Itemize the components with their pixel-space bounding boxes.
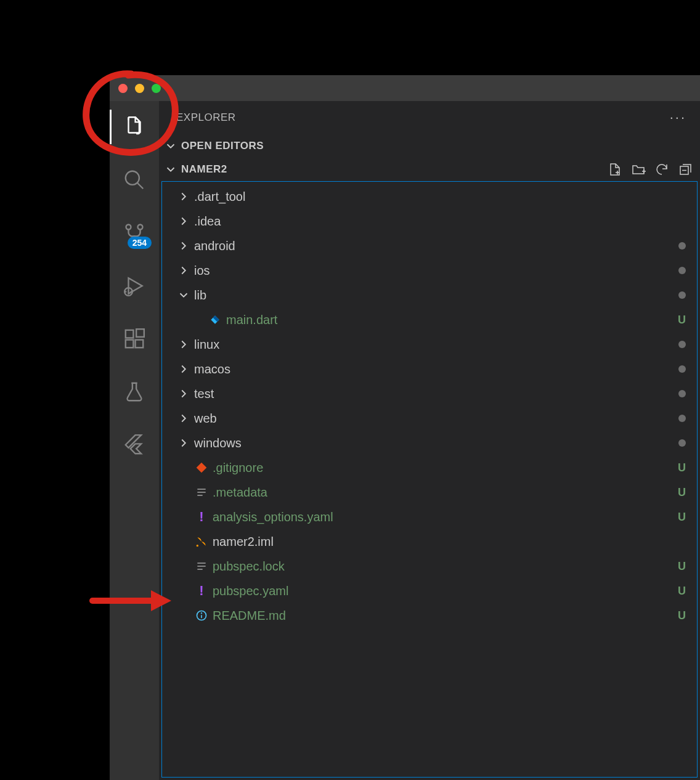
- minimize-window-button[interactable]: [135, 84, 144, 93]
- more-actions-button[interactable]: ···: [670, 110, 686, 126]
- activity-explorer[interactable]: [110, 110, 159, 144]
- svg-line-1: [137, 183, 144, 189]
- chevron-down-icon: [177, 288, 190, 302]
- tree-item[interactable]: pubspec.lockU: [162, 554, 697, 579]
- tree-item[interactable]: linux: [162, 332, 697, 357]
- tree-item-label: android: [194, 239, 675, 253]
- titlebar: [110, 75, 700, 101]
- chevron-right-icon: [177, 214, 190, 228]
- tree-item[interactable]: test: [162, 381, 697, 406]
- tree-item[interactable]: .metadataU: [162, 480, 697, 505]
- modified-dot-icon: [678, 242, 686, 250]
- tree-item-label: README.md: [213, 609, 674, 623]
- tree-item[interactable]: main.dartU: [162, 307, 697, 332]
- tree-item-label: pubspec.yaml: [213, 584, 674, 598]
- activity-extensions[interactable]: [110, 322, 159, 356]
- tree-item[interactable]: .dart_tool: [162, 184, 697, 209]
- activity-flutter[interactable]: [110, 428, 159, 462]
- dart-icon: [208, 312, 222, 327]
- tree-item[interactable]: README.mdU: [162, 603, 697, 628]
- svg-point-3: [138, 225, 143, 230]
- svg-rect-9: [126, 330, 134, 338]
- tree-item-label: pubspec.lock: [213, 559, 674, 574]
- git-status-badge: U: [678, 585, 686, 598]
- activity-testing[interactable]: [110, 375, 159, 409]
- tree-item[interactable]: web: [162, 406, 697, 431]
- chevron-down-icon: [164, 163, 177, 176]
- chevron-right-icon: [177, 338, 190, 351]
- svg-point-22: [197, 545, 198, 546]
- git-icon: [194, 460, 209, 475]
- tree-item-label: .dart_tool: [194, 190, 686, 204]
- tree-item[interactable]: !pubspec.yamlU: [162, 579, 697, 603]
- chevron-right-icon: [177, 190, 190, 203]
- collapse-all-icon[interactable]: [678, 162, 693, 177]
- chevron-right-icon: [177, 412, 190, 425]
- tree-item[interactable]: windows: [162, 431, 697, 455]
- modified-dot-icon: [678, 415, 686, 422]
- yaml-icon: !: [194, 510, 209, 524]
- tree-item[interactable]: .gitignoreU: [162, 455, 697, 480]
- tree-item-label: .metadata: [213, 485, 674, 500]
- tree-item[interactable]: !analysis_options.yamlU: [162, 505, 697, 529]
- activity-source-control[interactable]: 254: [110, 216, 159, 250]
- info-icon: [194, 608, 209, 623]
- tree-item-label: web: [194, 412, 675, 426]
- tree-item[interactable]: namer2.iml: [162, 529, 697, 554]
- chevron-down-icon: [164, 139, 177, 153]
- folder-header[interactable]: NAMER2: [159, 158, 700, 181]
- flask-icon: [123, 380, 146, 404]
- new-folder-icon[interactable]: [631, 162, 646, 177]
- modified-dot-icon: [678, 291, 686, 299]
- tree-item-label: linux: [194, 338, 675, 352]
- open-editors-header[interactable]: OPEN EDITORS: [159, 134, 700, 158]
- extensions-icon: [123, 327, 146, 351]
- tree-item[interactable]: .idea: [162, 209, 697, 234]
- iml-icon: [194, 534, 209, 549]
- git-status-badge: U: [678, 609, 686, 622]
- chevron-right-icon: [177, 264, 190, 277]
- folder-name-label: NAMER2: [181, 163, 227, 176]
- tree-item[interactable]: macos: [162, 357, 697, 381]
- search-icon: [123, 168, 146, 192]
- modified-dot-icon: [678, 365, 686, 373]
- vscode-window: 254: [110, 75, 700, 780]
- tree-item[interactable]: lib: [162, 283, 697, 307]
- refresh-icon[interactable]: [654, 162, 669, 177]
- activity-search[interactable]: [110, 163, 159, 197]
- file-tree: .dart_tool.ideaandroidioslibmain.dartUli…: [161, 181, 698, 778]
- activity-bar: 254: [110, 101, 159, 780]
- debug-icon: [123, 274, 146, 298]
- modified-dot-icon: [678, 341, 686, 348]
- git-status-badge: U: [678, 486, 686, 499]
- svg-rect-12: [136, 329, 144, 337]
- main-area: 254: [110, 101, 700, 780]
- tree-item[interactable]: ios: [162, 258, 697, 283]
- flutter-icon: [123, 433, 146, 457]
- tree-item-label: .idea: [194, 214, 686, 229]
- new-file-icon[interactable]: [608, 162, 622, 177]
- source-control-badge: 254: [128, 237, 152, 249]
- tree-item-label: namer2.iml: [213, 535, 686, 549]
- explorer-sidebar: EXPLORER ··· OPEN EDITORS NAMER2: [159, 101, 700, 780]
- chevron-right-icon: [177, 239, 190, 253]
- modified-dot-icon: [678, 267, 686, 274]
- tree-item-label: ios: [194, 264, 675, 278]
- tree-item-label: main.dart: [226, 313, 674, 327]
- yaml-icon: !: [194, 583, 209, 598]
- sidebar-title: EXPLORER: [176, 112, 236, 124]
- lines-icon: [194, 559, 209, 574]
- svg-rect-11: [136, 340, 144, 348]
- git-status-badge: U: [678, 461, 686, 474]
- tree-item-label: lib: [194, 288, 675, 303]
- tree-item[interactable]: android: [162, 234, 697, 258]
- git-status-badge: U: [678, 314, 686, 327]
- close-window-button[interactable]: [118, 84, 128, 93]
- folder-header-actions: [608, 162, 693, 177]
- chevron-right-icon: [177, 387, 190, 400]
- lines-icon: [194, 485, 209, 500]
- activity-run-debug[interactable]: [110, 269, 159, 303]
- svg-point-2: [126, 225, 131, 230]
- svg-point-28: [201, 613, 202, 614]
- maximize-window-button[interactable]: [152, 84, 161, 93]
